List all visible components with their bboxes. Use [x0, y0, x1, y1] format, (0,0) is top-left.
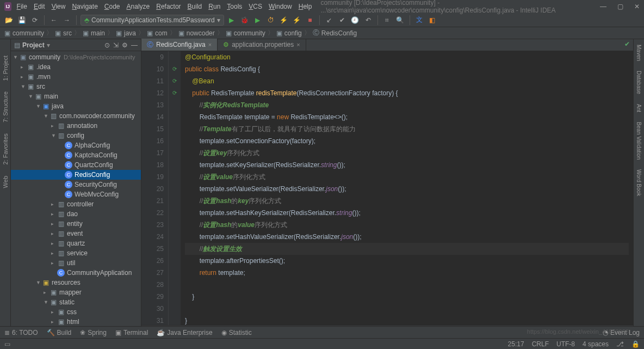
tool-spring[interactable]: ❀Spring	[80, 329, 107, 336]
tool-6-todo[interactable]: ≣6: TODO	[4, 329, 38, 336]
lightning-icon[interactable]: ⚡	[278, 15, 289, 26]
breadcrumb-item[interactable]: src	[63, 29, 72, 37]
breadcrumb-item[interactable]: java	[124, 29, 136, 37]
code-editor[interactable]: 9101112131415161718192021222324252627282…	[141, 51, 633, 325]
indent[interactable]: 4 spaces	[583, 340, 609, 348]
select-opened-file-icon[interactable]: ⊙	[104, 41, 110, 49]
breadcrumb-item[interactable]: config	[284, 29, 302, 37]
tool-ant[interactable]: Ant	[636, 104, 642, 112]
sync-icon[interactable]: ⟳	[29, 15, 40, 26]
tree-item[interactable]: ▸▥dao	[11, 209, 141, 219]
tool-web[interactable]: Web	[2, 176, 9, 188]
run-configuration-selector[interactable]: ⬘ CommunityApplicationTests.md5Password …	[81, 15, 224, 26]
tool-7-structure[interactable]: 7: Structure	[2, 91, 9, 123]
tree-item[interactable]: ▼▣java	[11, 101, 141, 111]
tree-item[interactable]: ▼▣src	[11, 82, 141, 91]
minimize-icon[interactable]: —	[600, 3, 606, 10]
vcs-commit-icon[interactable]: ✔	[337, 15, 348, 26]
menu-window[interactable]: Window	[269, 3, 292, 10]
tree-item[interactable]: CQuartzConfig	[11, 160, 141, 170]
tree-item[interactable]: ▸▥service	[11, 248, 141, 258]
tree-item[interactable]: ▸▥util	[11, 258, 141, 268]
tool-database[interactable]: Database	[636, 71, 642, 94]
close-tab-icon[interactable]: ×	[208, 41, 212, 48]
tree-item[interactable]: ▸▣mapper	[11, 287, 141, 297]
gutter-run-icon[interactable]: ⟳	[172, 87, 177, 99]
tree-item[interactable]: ▼▣static	[11, 297, 141, 307]
tool-1-project[interactable]: 1: Project	[2, 56, 9, 81]
breadcrumb-item[interactable]: nowcoder	[187, 29, 215, 37]
editor-tab[interactable]: ⒸRedisConfig.java×	[141, 39, 218, 51]
menu-help[interactable]: Help	[299, 3, 312, 10]
tree-item[interactable]: ▸▣html	[11, 317, 141, 327]
menu-file[interactable]: File	[17, 3, 27, 10]
tree-item[interactable]: ▸▥annotation	[11, 121, 141, 131]
menu-vcs[interactable]: VCS	[249, 3, 262, 10]
tree-item[interactable]: ▼▣main	[11, 91, 141, 101]
run-icon[interactable]: ▶	[226, 15, 237, 26]
collapse-icon[interactable]: —	[131, 41, 138, 49]
tool-word-book[interactable]: Word Book	[636, 169, 642, 196]
chevron-down-icon[interactable]: ▾	[47, 41, 50, 49]
profile-icon[interactable]: ⏱	[265, 15, 276, 26]
tool-terminal[interactable]: ▣Terminal	[115, 329, 148, 336]
misc-icon[interactable]: ◧	[427, 15, 438, 26]
editor-tab[interactable]: ⚙application.properties×	[218, 39, 306, 51]
git-branch-icon[interactable]: ⎇	[616, 340, 624, 348]
menu-run[interactable]: Run	[208, 3, 220, 10]
gutter-run-icon[interactable]: ⟳	[172, 75, 177, 87]
lightning2-icon[interactable]: ⚡	[292, 15, 302, 26]
tree-item[interactable]: CCommunityApplication	[11, 268, 141, 278]
tree-item[interactable]: CSecurityConfig	[11, 180, 141, 189]
gear-icon[interactable]: ⚙	[122, 41, 128, 49]
breadcrumb-item[interactable]: com	[155, 29, 168, 37]
menu-refactor[interactable]: Refactor	[156, 3, 181, 10]
back-icon[interactable]: ←	[48, 15, 59, 26]
expand-all-icon[interactable]: ⇲	[113, 41, 119, 49]
tree-item[interactable]: ▼▣communityD:\IdeaProjects\community	[11, 52, 141, 62]
tree-item[interactable]: ▸▥event	[11, 229, 141, 238]
breadcrumb-item[interactable]: main	[91, 29, 105, 37]
menu-navigate[interactable]: Navigate	[72, 3, 97, 10]
tree-item[interactable]: ▸▣.mvn	[11, 72, 141, 82]
status-message-icon[interactable]: ▭	[4, 340, 10, 348]
encoding[interactable]: UTF-8	[556, 340, 575, 348]
tool-2-favorites[interactable]: 2: Favorites	[2, 133, 9, 164]
menu-code[interactable]: Code	[104, 3, 120, 10]
save-icon[interactable]: 💾	[16, 15, 27, 26]
close-tab-icon[interactable]: ×	[296, 41, 300, 48]
translate-icon[interactable]: 文	[414, 15, 425, 26]
tree-item[interactable]: CKaptchaConfig	[11, 150, 141, 160]
tool-bean-validation[interactable]: Bean Validation	[636, 122, 642, 160]
tree-item[interactable]: CRedisConfig	[11, 170, 141, 180]
vcs-update-icon[interactable]: ↙	[324, 15, 335, 26]
search-everywhere-icon[interactable]: 🔍	[395, 15, 406, 26]
tree-item[interactable]: CWebMvcConfig	[11, 189, 141, 199]
menu-analyze[interactable]: Analyze	[127, 3, 150, 10]
structure-icon[interactable]: ⌗	[382, 15, 393, 26]
project-tree[interactable]: ▼▣communityD:\IdeaProjects\community▸▣.i…	[11, 51, 141, 336]
menu-build[interactable]: Build	[188, 3, 202, 10]
line-sep[interactable]: CRLF	[532, 340, 549, 348]
tool-statistic[interactable]: ◉Statistic	[221, 329, 252, 336]
menu-edit[interactable]: Edit	[34, 3, 45, 10]
menu-tools[interactable]: Tools	[227, 3, 242, 10]
tree-item[interactable]: ▼▣resources	[11, 278, 141, 287]
tree-item[interactable]: ▸▥controller	[11, 199, 141, 209]
lock-icon[interactable]: 🔒	[631, 340, 640, 348]
menu-view[interactable]: View	[52, 3, 66, 10]
tree-item[interactable]: ▼▥config	[11, 131, 141, 140]
breadcrumb-item[interactable]: community	[13, 29, 44, 37]
code-content[interactable]: @Configurationpublic class RedisConfig {…	[181, 51, 633, 325]
tree-item[interactable]: ▸▥entity	[11, 219, 141, 229]
caret-position[interactable]: 25:17	[508, 340, 524, 348]
breadcrumb-item[interactable]: RedisConfig	[321, 29, 357, 37]
tool-maven[interactable]: Maven	[636, 45, 642, 61]
debug-icon[interactable]: 🐞	[239, 15, 250, 26]
tool-build[interactable]: 🔨Build	[47, 329, 72, 336]
stop-icon[interactable]: ■	[305, 15, 315, 26]
vcs-history-icon[interactable]: 🕘	[350, 15, 361, 26]
tool-java-enterprise[interactable]: ☕Java Enterprise	[157, 329, 212, 336]
gutter-run-icon[interactable]: ⟳	[172, 63, 177, 75]
coverage-icon[interactable]: ▶	[252, 15, 263, 26]
